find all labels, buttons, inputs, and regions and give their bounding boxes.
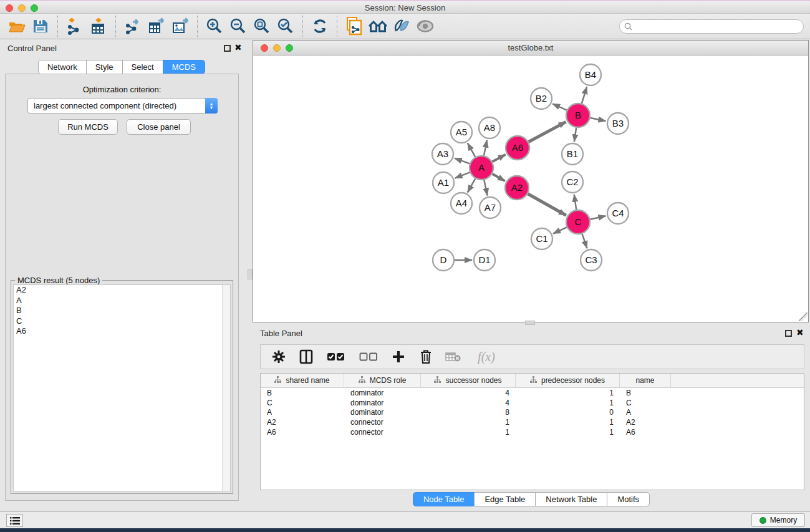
node-A[interactable]: A (470, 156, 493, 180)
table-cell[interactable]: C (261, 399, 344, 407)
column-chooser-button[interactable] (297, 347, 316, 367)
table-cell[interactable]: dominator (344, 408, 421, 417)
table-cell[interactable]: B (620, 389, 671, 397)
add-column-button[interactable] (389, 347, 408, 367)
show-style-button[interactable] (390, 15, 413, 37)
show-hide-button[interactable] (413, 15, 437, 37)
edge-A-A1[interactable] (455, 172, 470, 178)
node-D1[interactable]: D1 (474, 249, 495, 271)
export-image-button[interactable] (168, 15, 192, 37)
node-C3[interactable]: C3 (581, 249, 602, 271)
table-float-panel-icon[interactable] (785, 330, 792, 337)
deselect-all-button[interactable] (357, 347, 380, 367)
edge-B-B4[interactable] (582, 87, 587, 104)
edge-A-A6[interactable] (493, 155, 506, 162)
network-canvas[interactable]: AA1A2A3A4A5A6A7A8BB1B2B3B4CC1C2C3C4DD1 (253, 56, 808, 322)
zoom-out-button[interactable] (226, 15, 250, 37)
float-panel-icon[interactable] (224, 45, 231, 52)
node-A1[interactable]: A1 (433, 172, 454, 193)
select-all-button[interactable] (324, 347, 348, 367)
table-cell[interactable]: A6 (620, 428, 671, 437)
table-settings-button[interactable] (269, 347, 288, 367)
new-network-from-selection-button[interactable] (342, 15, 366, 37)
edge-B-B2[interactable] (552, 104, 567, 110)
edge-A-A4[interactable] (468, 178, 475, 192)
edge-C-C3[interactable] (582, 234, 587, 248)
zoom-fit-button[interactable] (250, 15, 274, 37)
table-cell[interactable]: A6 (261, 428, 344, 437)
table-cell[interactable]: connector (344, 418, 421, 427)
table-cell[interactable]: 1 (421, 418, 516, 427)
horizontal-split-handle[interactable] (525, 321, 535, 325)
table-cell[interactable]: C (620, 399, 671, 407)
table-row[interactable]: A2connector11A2 (261, 417, 804, 427)
node-A3[interactable]: A3 (432, 143, 453, 165)
table-cell[interactable]: 1 (516, 418, 620, 427)
node-C2[interactable]: C2 (562, 172, 583, 193)
node-A5[interactable]: A5 (451, 122, 472, 143)
function-builder-button[interactable]: f(x) (471, 347, 501, 367)
edge-C-C1[interactable] (553, 227, 567, 233)
table-cell[interactable]: A2 (261, 418, 344, 427)
list-item[interactable]: B (14, 306, 230, 316)
tab-select[interactable]: Select (122, 60, 163, 74)
table-cell[interactable]: 4 (421, 399, 516, 407)
vertical-split-handle[interactable] (248, 269, 253, 279)
table-cell[interactable]: dominator (344, 399, 421, 407)
import-table-button[interactable] (87, 15, 110, 37)
table-cell[interactable]: 1 (516, 399, 620, 407)
result-list-scrollbar[interactable] (222, 285, 230, 491)
column-header-shared-name[interactable]: shared name (261, 374, 344, 387)
edge-C-C2[interactable] (574, 195, 576, 210)
node-table[interactable]: shared nameMCDS rolesuccessor nodesprede… (260, 373, 804, 490)
node-C4[interactable]: C4 (607, 203, 629, 224)
column-header-name[interactable]: name (620, 374, 671, 387)
tab-motifs[interactable]: Motifs (607, 492, 650, 506)
node-A4[interactable]: A4 (451, 193, 472, 214)
home-button[interactable] (366, 15, 390, 37)
table-cell[interactable]: 0 (516, 408, 620, 417)
node-A7[interactable]: A7 (480, 197, 501, 218)
table-cell[interactable]: B (261, 389, 344, 397)
edge-C-C4[interactable] (591, 216, 606, 219)
edge-A-A5[interactable] (468, 143, 475, 157)
run-mcds-button[interactable]: Run MCDS (58, 119, 118, 135)
network-window-titlebar[interactable]: testGlobe.txt (253, 41, 808, 56)
node-C1[interactable]: C1 (531, 228, 552, 249)
window-resize-grip[interactable] (799, 312, 808, 321)
table-cell[interactable]: dominator (344, 389, 421, 397)
node-A2[interactable]: A2 (505, 176, 529, 200)
table-cell[interactable]: A2 (620, 418, 671, 427)
table-row[interactable]: A6connector11A6 (261, 427, 804, 437)
memory-button[interactable]: Memory (751, 513, 805, 527)
table-cell[interactable]: 1 (516, 428, 620, 437)
column-header-successor-nodes[interactable]: successor nodes (421, 374, 516, 387)
table-cell[interactable]: connector (344, 428, 421, 437)
table-row[interactable]: Cdominator41C (261, 398, 804, 408)
table-cell[interactable]: 4 (421, 389, 516, 397)
edge-A-A2[interactable] (492, 174, 504, 181)
zoom-in-button[interactable] (203, 15, 226, 37)
tab-edge-table[interactable]: Edge Table (474, 492, 536, 506)
delete-table-button[interactable] (444, 347, 463, 367)
table-cell[interactable]: 1 (421, 428, 516, 437)
column-header-MCDS-role[interactable]: MCDS role (344, 374, 421, 387)
import-network-button[interactable] (63, 15, 87, 37)
table-cell[interactable]: 8 (421, 408, 516, 417)
list-item[interactable]: C (14, 316, 230, 327)
zoom-selected-button[interactable] (274, 15, 297, 37)
table-close-panel-icon[interactable]: ✖ (796, 327, 804, 337)
close-panel-button[interactable]: Close panel (127, 119, 191, 135)
node-D[interactable]: D (433, 249, 454, 271)
edge-A2-C[interactable] (528, 194, 566, 215)
edge-B-B1[interactable] (574, 128, 576, 142)
delete-column-button[interactable] (417, 347, 435, 367)
export-table-button[interactable] (145, 15, 168, 37)
search-input[interactable] (635, 22, 803, 31)
tab-network-table[interactable]: Network Table (535, 492, 607, 506)
table-cell[interactable]: 1 (516, 389, 620, 397)
node-A6[interactable]: A6 (506, 136, 529, 160)
open-session-button[interactable] (5, 15, 29, 37)
task-history-button[interactable] (6, 514, 23, 527)
node-B1[interactable]: B1 (562, 143, 583, 165)
